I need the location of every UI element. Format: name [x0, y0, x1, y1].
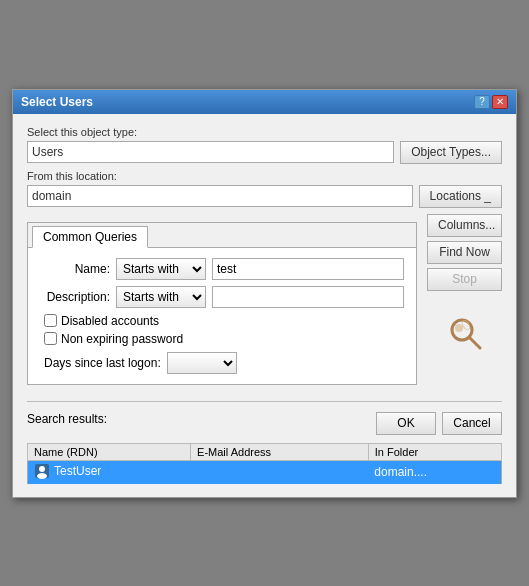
- days-row: Days since last logon:: [40, 352, 404, 374]
- description-label: Description:: [40, 290, 110, 304]
- disabled-accounts-row: Disabled accounts: [40, 314, 404, 328]
- description-row: Description: Starts with: [40, 286, 404, 308]
- location-input[interactable]: [27, 185, 413, 207]
- non-expiring-label: Non expiring password: [61, 332, 183, 346]
- bottom-area: Search results: OK Cancel Name (RDN) E-M…: [27, 412, 502, 485]
- tab-container: Common Queries Name: Starts with Descrip…: [27, 222, 417, 385]
- close-button[interactable]: ✕: [492, 95, 508, 109]
- help-button[interactable]: ?: [474, 95, 490, 109]
- search-results-label: Search results:: [27, 412, 370, 431]
- object-types-button[interactable]: Object Types...: [400, 141, 502, 164]
- name-condition-select[interactable]: Starts with: [116, 258, 206, 280]
- object-type-input[interactable]: [27, 141, 394, 163]
- name-input[interactable]: [212, 258, 404, 280]
- cancel-button[interactable]: Cancel: [442, 412, 502, 435]
- svg-point-6: [37, 473, 47, 479]
- left-area: Common Queries Name: Starts with Descrip…: [27, 214, 417, 393]
- results-tbody: TestUserdomain....: [28, 460, 502, 484]
- col-folder[interactable]: In Folder: [368, 443, 501, 460]
- dialog-title: Select Users: [21, 95, 93, 109]
- ok-button[interactable]: OK: [376, 412, 436, 435]
- results-table-header: Name (RDN) E-Mail Address In Folder: [28, 443, 502, 460]
- name-row: Name: Starts with: [40, 258, 404, 280]
- non-expiring-row: Non expiring password: [40, 332, 404, 346]
- non-expiring-checkbox[interactable]: [44, 332, 57, 345]
- col-name[interactable]: Name (RDN): [28, 443, 191, 460]
- disabled-accounts-label: Disabled accounts: [61, 314, 159, 328]
- title-bar-buttons: ? ✕: [474, 95, 508, 109]
- days-since-label: Days since last logon:: [44, 356, 161, 370]
- object-type-field-wrapper: [27, 141, 394, 163]
- from-location-row: Locations _: [27, 185, 502, 208]
- from-location-label: From this location:: [27, 170, 502, 182]
- cell-email: [191, 460, 369, 484]
- results-table: Name (RDN) E-Mail Address In Folder Test…: [27, 443, 502, 485]
- divider: [27, 401, 502, 402]
- svg-line-1: [469, 337, 480, 348]
- svg-point-2: [455, 324, 463, 332]
- cell-name: TestUser: [28, 460, 191, 484]
- cell-folder: domain....: [368, 460, 501, 484]
- tab-header: Common Queries: [28, 223, 416, 248]
- common-queries-tab[interactable]: Common Queries: [32, 226, 148, 248]
- search-icon: [427, 315, 502, 353]
- title-bar: Select Users ? ✕: [13, 90, 516, 114]
- columns-button[interactable]: Columns...: [427, 214, 502, 237]
- stop-button[interactable]: Stop: [427, 268, 502, 291]
- main-area: Common Queries Name: Starts with Descrip…: [27, 214, 502, 393]
- right-buttons-panel: Columns... Find Now Stop: [417, 214, 502, 393]
- days-since-select[interactable]: [167, 352, 237, 374]
- name-label: Name:: [40, 262, 110, 276]
- locations-button[interactable]: Locations _: [419, 185, 502, 208]
- description-input[interactable]: [212, 286, 404, 308]
- tab-content: Name: Starts with Description: Starts wi…: [28, 248, 416, 384]
- object-type-label: Select this object type:: [27, 126, 502, 138]
- select-users-dialog: Select Users ? ✕ Select this object type…: [12, 89, 517, 498]
- object-type-row: Object Types...: [27, 141, 502, 164]
- svg-point-5: [39, 466, 45, 472]
- table-row[interactable]: TestUserdomain....: [28, 460, 502, 484]
- dialog-content: Select this object type: Object Types...…: [13, 114, 516, 497]
- ok-cancel-row: Search results: OK Cancel: [27, 412, 502, 435]
- description-condition-select[interactable]: Starts with: [116, 286, 206, 308]
- find-now-button[interactable]: Find Now: [427, 241, 502, 264]
- user-icon: [34, 463, 50, 479]
- location-field-wrapper: [27, 185, 413, 207]
- header-row: Name (RDN) E-Mail Address In Folder: [28, 443, 502, 460]
- col-email[interactable]: E-Mail Address: [191, 443, 369, 460]
- disabled-accounts-checkbox[interactable]: [44, 314, 57, 327]
